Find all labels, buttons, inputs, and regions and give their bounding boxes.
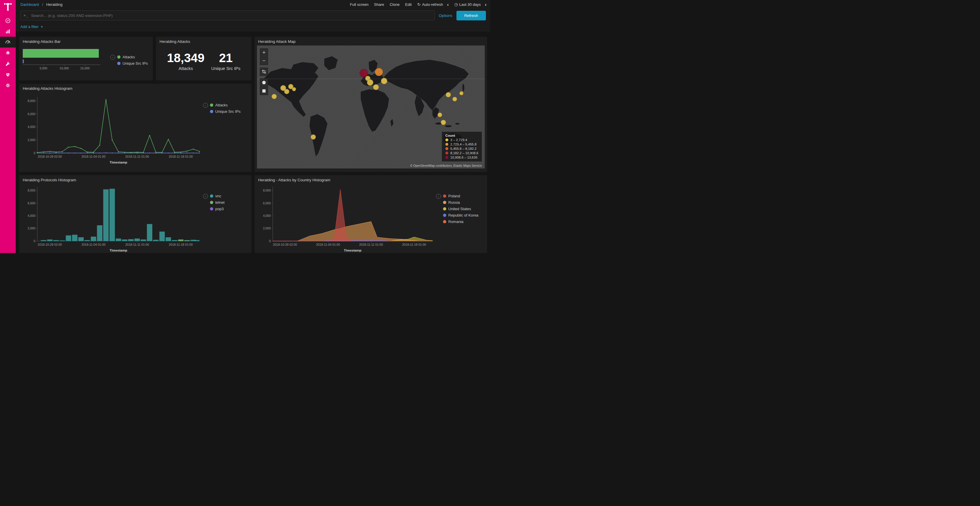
sidebar-item-monitoring[interactable] [0, 69, 16, 80]
legend-item[interactable]: Attacks [117, 55, 148, 59]
draw-rectangle-button[interactable] [260, 87, 268, 95]
svg-text:0: 0 [269, 239, 270, 243]
metric-value: 18,349 [167, 52, 204, 64]
attack-marker[interactable] [284, 89, 290, 94]
telekom-logo[interactable] [0, 0, 16, 15]
legend-label: Attacks [123, 55, 135, 59]
top-navigation-bar: Dashboard / Heralding Full screen Share … [16, 0, 490, 9]
legend-swatch [443, 201, 446, 204]
kibana-dashboard-app: Dashboard / Heralding Full screen Share … [0, 0, 490, 253]
svg-text:4,000: 4,000 [263, 214, 270, 217]
legend-swatch [445, 147, 448, 150]
legend-item[interactable]: 3 – 2,729.4 [445, 138, 478, 142]
legend-item[interactable]: 5,455.8 – 8,182.2 [445, 147, 478, 151]
gear-icon [5, 82, 11, 88]
attack-marker[interactable] [460, 91, 463, 95]
legend-label: Romania [448, 219, 463, 224]
attack-marker[interactable] [373, 84, 379, 90]
time-range-picker[interactable]: ◷ Last 30 days [454, 2, 480, 7]
map-graticule-line [257, 79, 485, 79]
attack-marker[interactable] [310, 134, 316, 140]
legend-toggle[interactable]: › [203, 194, 208, 199]
sidebar-item-spy[interactable] [0, 48, 16, 58]
attack-marker[interactable] [445, 92, 451, 97]
attack-marker[interactable] [438, 113, 442, 117]
share-button[interactable]: Share [374, 2, 384, 7]
attack-marker[interactable] [292, 87, 296, 91]
sidebar-item-settings[interactable] [0, 80, 16, 90]
wrench-icon [5, 61, 11, 67]
legend-item[interactable]: Poland [443, 194, 478, 198]
legend-item[interactable]: Russia [443, 200, 478, 205]
legend-toggle[interactable]: › [110, 55, 115, 60]
attack-marker[interactable] [367, 79, 373, 86]
svg-text:2018-11-11 01:00: 2018-11-11 01:00 [360, 243, 383, 246]
fit-bounds-button[interactable] [260, 68, 268, 76]
legend-item[interactable]: United States [443, 207, 478, 211]
edit-button[interactable]: Edit [405, 2, 412, 7]
svg-text:4,000: 4,000 [28, 125, 35, 128]
legend-item[interactable]: telnet [210, 200, 224, 205]
legend-item[interactable]: pop3 [210, 207, 224, 211]
legend-item[interactable]: 8,182.2 – 10,908.6 [445, 151, 478, 155]
legend-item[interactable]: Romania [443, 219, 478, 224]
draw-polygon-button[interactable] [260, 78, 268, 87]
legend-label: 10,908.6 – 13,635 [450, 155, 477, 159]
legend-label: United States [448, 207, 471, 211]
legend-swatch [210, 103, 213, 107]
panel-title: Heralding Attack Map [255, 37, 487, 45]
attack-marker[interactable] [272, 94, 277, 99]
plus-icon: + [41, 24, 43, 29]
zoom-out-button[interactable]: − [260, 57, 268, 65]
legend-item[interactable]: 10,908.6 – 13,635 [445, 155, 478, 159]
options-link[interactable]: Options [439, 13, 452, 18]
legend-toggle[interactable]: › [203, 103, 208, 108]
legend-item[interactable]: Republic of Korea [443, 213, 478, 217]
panel-title: Heralding Attacks Histogram [19, 84, 251, 92]
time-forward-button[interactable]: › [485, 2, 487, 7]
sidebar-item-tools[interactable] [0, 58, 16, 69]
attack-marker[interactable] [441, 120, 446, 125]
zoom-in-button[interactable]: + [260, 48, 268, 57]
panel-heralding-attacks-metric: Heralding Attacks 18,349 Attacks 21 Uniq… [156, 37, 251, 81]
sidebar-item-discover[interactable] [0, 15, 16, 26]
svg-text:8,000: 8,000 [28, 99, 35, 103]
svg-text:2018-11-18 01:00: 2018-11-18 01:00 [169, 243, 193, 246]
clone-button[interactable]: Clone [390, 2, 399, 7]
breadcrumb-dashboard-link[interactable]: Dashboard [21, 2, 39, 7]
sidebar-item-dashboard[interactable] [0, 37, 16, 48]
time-back-button[interactable]: ‹ [447, 2, 449, 7]
metric-value: 21 [211, 52, 240, 64]
svg-text:2,000: 2,000 [263, 227, 270, 230]
refresh-button[interactable]: Refresh [457, 11, 486, 21]
legend-toggle[interactable]: › [436, 194, 441, 199]
legend: vnctelnetpop3 [210, 193, 224, 213]
auto-refresh-button[interactable]: ↻ Auto-refresh [417, 2, 443, 7]
attack-marker[interactable] [452, 97, 457, 102]
sidebar-item-visualize[interactable] [0, 26, 16, 37]
rectangle-icon [262, 89, 266, 93]
full-screen-button[interactable]: Full screen [350, 2, 369, 7]
svg-text:2018-11-04 01:00: 2018-11-04 01:00 [81, 155, 105, 158]
legend-item[interactable]: Attacks [210, 103, 240, 107]
svg-text:2018-11-04 01:00: 2018-11-04 01:00 [81, 243, 105, 246]
legend-item[interactable]: Unique Src IPs [210, 109, 240, 114]
legend: PolandRussiaUnited StatesRepublic of Kor… [443, 193, 478, 226]
world-map[interactable]: + − Count [257, 46, 485, 168]
svg-text:10,000: 10,000 [59, 67, 69, 70]
gauge-icon [5, 40, 11, 45]
svg-text:5,000: 5,000 [40, 67, 47, 70]
attack-marker[interactable] [375, 68, 383, 76]
country-histogram-chart: 02,0004,0006,0008,0002018-10-28 02:00201… [258, 184, 436, 253]
search-input[interactable] [30, 13, 431, 18]
panel-attacks-by-country-histogram: Heralding - Attacks by Country Histogram… [255, 175, 487, 253]
filter-bar: Add a filter + [16, 22, 490, 31]
legend-label: pop3 [215, 207, 224, 211]
svg-text:4,000: 4,000 [28, 214, 35, 217]
legend-item[interactable]: Unique Src IPs [117, 61, 148, 66]
svg-text:Timestamp: Timestamp [110, 249, 127, 252]
legend-item[interactable]: vnc [210, 194, 224, 198]
add-filter-button[interactable]: Add a filter + [21, 24, 43, 29]
legend-item[interactable]: 2,729.4 – 5,455.8 [445, 143, 478, 146]
attack-marker[interactable] [381, 78, 387, 84]
